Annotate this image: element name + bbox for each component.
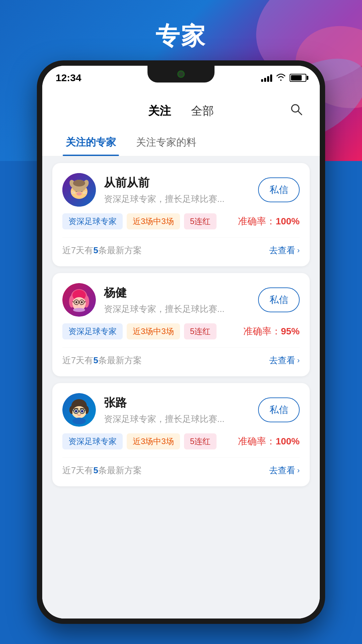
nav-tab-follow[interactable]: 关注	[148, 100, 171, 122]
tag-recent-score-3: 近3场中3场	[127, 433, 180, 449]
expert-name-3: 张路	[104, 395, 250, 411]
svg-point-48	[75, 410, 77, 413]
app-content: 关注 全部 关注的专家 关注专家的料	[42, 90, 320, 619]
chevron-right-icon-1: ›	[297, 246, 300, 255]
wifi-icon	[276, 73, 286, 83]
private-msg-btn-1[interactable]: 私信	[258, 177, 300, 202]
tag-senior-expert-2: 资深足球专家	[62, 323, 123, 339]
tag-streak-3: 5连红	[184, 433, 217, 449]
notch	[147, 66, 215, 83]
top-nav: 关注 全部	[42, 90, 320, 129]
expert-card-1: 从前从前 资深足球专家，擅长足球比赛... 私信 资深足球专家 近3场中3场 5…	[52, 163, 310, 266]
expert-avatar-3	[62, 393, 96, 427]
tag-recent-score-1: 近3场中3场	[127, 213, 180, 229]
footer-text-2: 近7天有5条最新方案	[62, 355, 142, 366]
tag-recent-score-2: 近3场中3场	[127, 323, 180, 339]
svg-point-34	[81, 301, 83, 303]
accuracy-3: 准确率：100%	[238, 435, 300, 448]
expert-tags-3: 资深足球专家 近3场中3场 5连红 准确率：100%	[62, 433, 300, 449]
expert-footer-3: 近7天有5条最新方案 去查看 ›	[62, 458, 300, 476]
phone-screen: 12:34	[42, 66, 320, 619]
expert-footer-2: 近7天有5条最新方案 去查看 ›	[62, 347, 300, 366]
expert-header-1: 从前从前 资深足球专家，擅长足球比赛... 私信	[62, 173, 300, 207]
expert-name-1: 从前从前	[104, 175, 250, 191]
expert-card-2: 杨健 资深足球专家，擅长足球比赛... 私信 资深足球专家 近3场中3场 5连红…	[52, 273, 310, 376]
status-icons	[261, 73, 306, 83]
view-more-btn-2[interactable]: 去查看 ›	[269, 355, 300, 366]
svg-point-36	[73, 308, 85, 312]
accuracy-2: 准确率：95%	[243, 325, 300, 338]
svg-point-20	[73, 180, 85, 186]
tag-senior-expert-1: 资深足球专家	[62, 213, 123, 229]
expert-list: 从前从前 资深足球专家，擅长足球比赛... 私信 资深足球专家 近3场中3场 5…	[42, 156, 320, 619]
page-title-area: 专家	[0, 20, 362, 52]
accuracy-1: 准确率：100%	[238, 215, 300, 228]
footer-text-3: 近7天有5条最新方案	[62, 465, 142, 476]
expert-desc-3: 资深足球专家，擅长足球比赛...	[104, 413, 250, 425]
nav-tab-all[interactable]: 全部	[191, 100, 214, 122]
expert-header-3: 张路 资深足球专家，擅长足球比赛... 私信	[62, 393, 300, 427]
footer-text-1: 近7天有5条最新方案	[62, 245, 142, 256]
battery-icon	[290, 74, 306, 82]
sub-tabs: 关注的专家 关注专家的料	[42, 129, 320, 156]
expert-desc-1: 资深足球专家，擅长足球比赛...	[104, 193, 250, 205]
chevron-right-icon-3: ›	[297, 466, 300, 475]
signal-icon	[261, 74, 272, 82]
expert-avatar-2	[62, 283, 96, 317]
svg-point-33	[75, 301, 77, 303]
expert-info-3: 张路 资深足球专家，擅长足球比赛...	[104, 395, 250, 425]
expert-tags-2: 资深足球专家 近3场中3场 5连红 准确率：95%	[62, 323, 300, 339]
expert-name-2: 杨健	[104, 285, 250, 301]
svg-line-4	[298, 111, 302, 115]
search-button[interactable]	[286, 99, 306, 119]
camera	[177, 70, 185, 78]
svg-point-12	[76, 192, 82, 196]
svg-point-49	[81, 410, 83, 413]
expert-info-2: 杨健 资深足球专家，擅长足球比赛...	[104, 285, 250, 315]
status-time: 12:34	[56, 72, 81, 84]
tag-streak-1: 5连红	[184, 213, 217, 229]
view-more-btn-3[interactable]: 去查看 ›	[269, 465, 300, 476]
expert-header-2: 杨健 资深足球专家，擅长足球比赛... 私信	[62, 283, 300, 317]
view-more-btn-1[interactable]: 去查看 ›	[269, 245, 300, 256]
page-title: 专家	[0, 20, 362, 52]
sub-tab-expert-tips[interactable]: 关注专家的料	[126, 129, 206, 156]
chevron-right-icon-2: ›	[297, 356, 300, 365]
expert-card-3: 张路 资深足球专家，擅长足球比赛... 私信 资深足球专家 近3场中3场 5连红…	[52, 383, 310, 486]
private-msg-btn-2[interactable]: 私信	[258, 287, 300, 312]
expert-avatar-1	[62, 173, 96, 207]
private-msg-btn-3[interactable]: 私信	[258, 397, 300, 422]
expert-desc-2: 资深足球专家，擅长足球比赛...	[104, 303, 250, 315]
expert-info-1: 从前从前 资深足球专家，擅长足球比赛...	[104, 175, 250, 205]
expert-footer-1: 近7天有5条最新方案 去查看 ›	[62, 237, 300, 256]
expert-tags-1: 资深足球专家 近3场中3场 5连红 准确率：100%	[62, 213, 300, 229]
phone-frame: 12:34	[37, 60, 325, 624]
tag-streak-2: 5连红	[184, 323, 217, 339]
sub-tab-followed-experts[interactable]: 关注的专家	[56, 129, 126, 156]
nav-tabs: 关注 全部	[148, 100, 214, 122]
tag-senior-expert-3: 资深足球专家	[62, 433, 123, 449]
